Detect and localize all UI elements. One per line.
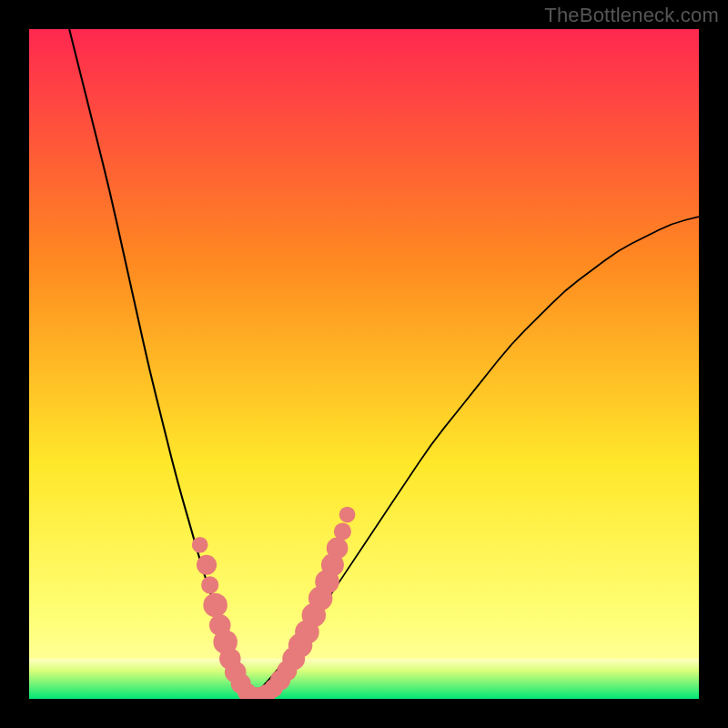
bottleneck-chart bbox=[29, 29, 699, 699]
chart-container: TheBottleneck.com bbox=[0, 0, 728, 728]
salmon-marker bbox=[203, 593, 227, 617]
salmon-marker bbox=[339, 507, 356, 523]
green-band bbox=[29, 659, 699, 699]
salmon-marker bbox=[334, 522, 351, 540]
watermark-text: TheBottleneck.com bbox=[544, 4, 719, 27]
salmon-marker bbox=[197, 555, 217, 575]
salmon-marker bbox=[192, 537, 208, 553]
salmon-marker bbox=[201, 576, 218, 593]
gradient-background bbox=[29, 29, 699, 699]
salmon-marker bbox=[327, 538, 349, 560]
